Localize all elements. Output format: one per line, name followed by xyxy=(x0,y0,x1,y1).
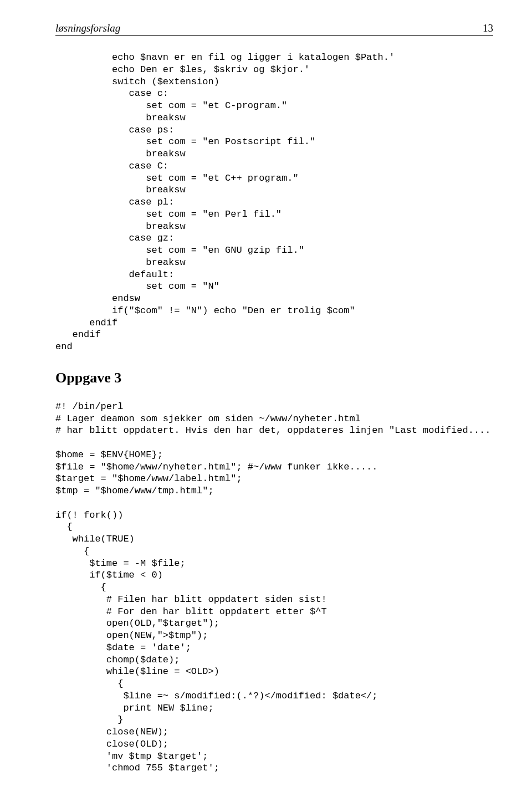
code-block-1: echo $navn er en fil og ligger i katalog… xyxy=(55,52,493,353)
running-header: løsningsforslag 13 xyxy=(55,22,493,36)
page-number: 13 xyxy=(483,22,493,34)
section-heading-oppgave-3: Oppgave 3 xyxy=(55,370,493,386)
code-block-2: #! /bin/perl # Lager deamon som sjekker … xyxy=(55,401,493,774)
header-title: løsningsforslag xyxy=(55,22,120,34)
page-container: løsningsforslag 13 echo $navn er en fil … xyxy=(0,0,532,807)
